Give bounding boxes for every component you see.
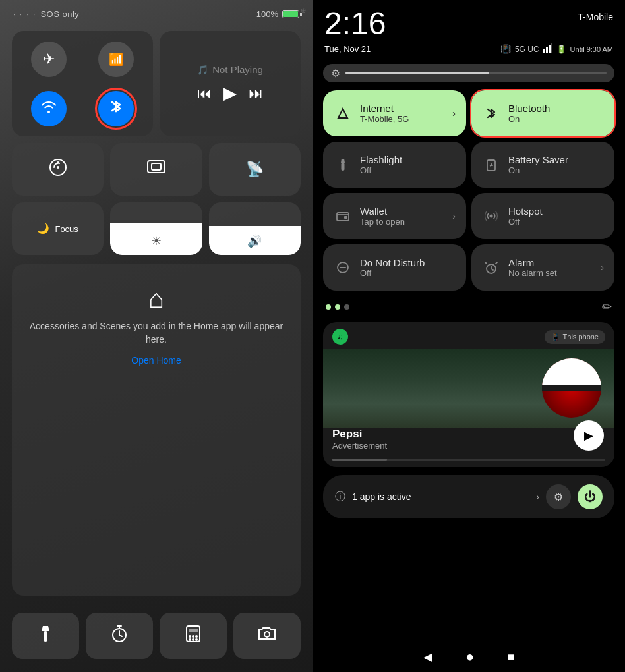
ios-home-section: ⌂ Accessories and Scenes you add in the …	[12, 264, 301, 596]
settings-gear-icon: ⚙	[554, 491, 563, 503]
android-song-subtitle: Advertisement	[332, 441, 605, 451]
ios-second-row: 📡	[0, 143, 312, 196]
svg-point-8	[189, 635, 191, 638]
ios-timer-button[interactable]	[86, 613, 153, 659]
dot-1	[326, 304, 331, 310]
battery-until-label: Until 9:30 AM	[570, 45, 613, 53]
timer-icon	[111, 625, 128, 647]
ios-flashlight-button[interactable]	[12, 613, 79, 659]
power-icon: ⏻	[584, 490, 596, 504]
android-app-active-text: 1 app is active	[352, 491, 529, 502]
moon-icon: 🌙	[37, 223, 49, 235]
android-edit-button[interactable]: ✏	[602, 300, 612, 314]
android-dnd-tile[interactable]: Do Not Disturb Off	[323, 244, 466, 291]
android-hotspot-tile[interactable]: Hotspot Off	[471, 193, 614, 239]
android-recents-button[interactable]: ■	[507, 650, 514, 664]
android-wallet-tile[interactable]: Wallet Tap to open ›	[323, 193, 466, 239]
svg-rect-20	[342, 163, 345, 171]
ios-battery-status: 100%	[256, 9, 299, 19]
svg-rect-17	[549, 45, 551, 53]
android-media-top: ♫ 📱 This phone	[323, 322, 614, 349]
ios-focus-label: Focus	[55, 224, 78, 234]
android-bluetooth-tile[interactable]: Bluetooth On	[471, 90, 614, 136]
alarm-tile-text: Alarm No alarm set	[508, 257, 557, 278]
flashlight-icon	[38, 625, 53, 647]
home-icon: ⌂	[148, 284, 164, 314]
android-play-button[interactable]: ▶	[574, 420, 604, 451]
ios-bottom-tools	[0, 605, 312, 672]
android-settings-button[interactable]: ⚙	[546, 484, 571, 509]
alarm-icon	[482, 258, 500, 277]
hotspot-tile-text: Hotspot Off	[508, 206, 543, 227]
brightness-track	[345, 72, 607, 74]
dot-3	[344, 304, 349, 310]
android-page-dots	[326, 304, 349, 310]
wallet-icon	[334, 207, 352, 225]
pepsi-can-image	[542, 358, 601, 418]
ios-camera-button[interactable]	[233, 613, 301, 659]
orientation-icon	[47, 157, 69, 182]
ios-cellular-button[interactable]: 📶	[98, 42, 134, 77]
ios-prev-button[interactable]: ⏮	[197, 85, 212, 102]
calculator-icon	[185, 625, 201, 647]
bluetooth-tile-text: Bluetooth On	[508, 103, 550, 124]
android-date: Tue, Nov 21	[324, 44, 371, 54]
ios-signal-status: · · · · SOS only	[13, 9, 79, 19]
android-internet-tile[interactable]: Internet T-Mobile, 5G ›	[323, 90, 466, 136]
android-brightness-row: ⚙	[312, 60, 625, 86]
ios-open-home-link[interactable]: Open Home	[131, 355, 181, 366]
screen-mirror-icon	[146, 158, 166, 181]
svg-point-9	[192, 635, 194, 638]
android-back-button[interactable]: ◀	[423, 650, 432, 664]
android-media-song-area: Pepsi Advertisement ▶	[323, 428, 614, 459]
wallet-tile-text: Wallet Tap to open	[360, 206, 405, 227]
android-power-button[interactable]: ⏻	[578, 484, 603, 509]
ios-next-button[interactable]: ⏭	[249, 85, 263, 102]
android-brightness-slider[interactable]: ⚙	[323, 64, 614, 82]
ios-bluetooth-button[interactable]	[98, 91, 134, 126]
ios-volume-slider[interactable]: 🔊	[209, 202, 301, 255]
svg-rect-24	[344, 216, 347, 219]
brightness-icon: ☀	[151, 234, 162, 248]
camera-icon	[258, 626, 276, 646]
android-app-active-bar[interactable]: ⓘ 1 app is active › ⚙ ⏻	[323, 475, 614, 518]
android-song-title: Pepsi	[332, 428, 605, 441]
ios-airplane-button[interactable]: ✈	[31, 42, 67, 77]
svg-rect-16	[546, 47, 548, 53]
android-status-icons: 📳 5G UC 🔋 Until 9:30 AM	[500, 43, 613, 55]
ios-extra-tile: 📡	[209, 143, 301, 196]
ios-orientation-button[interactable]	[12, 143, 104, 196]
android-home-button[interactable]: ●	[465, 648, 474, 665]
info-icon: ⓘ	[335, 490, 345, 504]
ios-home-text: Accessories and Scenes you add in the Ho…	[25, 320, 287, 346]
dot-2	[335, 304, 340, 310]
android-flashlight-tile[interactable]: Flashlight Off	[323, 142, 466, 188]
flashlight-tile-text: Flashlight Off	[360, 154, 402, 175]
svg-point-13	[195, 638, 198, 641]
cellular-icon: 📶	[109, 52, 123, 67]
battery-icon	[282, 10, 299, 18]
svg-point-11	[189, 638, 191, 641]
android-alarm-tile[interactable]: Alarm No alarm set ›	[471, 244, 614, 291]
android-date-row: Tue, Nov 21 📳 5G UC 🔋 Until 9:30 AM	[312, 42, 625, 60]
svg-point-12	[192, 638, 194, 641]
bluetooth-icon	[110, 98, 122, 119]
ios-focus-button[interactable]: 🌙 Focus ⊕	[12, 202, 104, 255]
ios-screen-mirror-button[interactable]	[110, 143, 202, 196]
ios-media-tile: 🎵 Not Playing ⏮ ▶ ⏭	[160, 31, 301, 136]
android-status-bar: 2:16 T-Mobile	[312, 0, 625, 42]
hotspot-icon	[482, 207, 500, 225]
svg-rect-2	[148, 161, 165, 173]
airplay-icon: 📡	[246, 161, 264, 178]
android-nav-bar: ◀ ● ■	[312, 640, 625, 672]
svg-rect-4	[44, 631, 47, 642]
ios-wifi-button[interactable]	[31, 91, 67, 126]
ios-media-title: Not Playing	[212, 64, 263, 75]
ios-calculator-button[interactable]	[160, 613, 227, 659]
brightness-settings-icon: ⚙	[331, 67, 340, 80]
android-battery-saver-tile[interactable]: Battery Saver On	[471, 142, 614, 188]
ios-brightness-slider[interactable]: ☀	[110, 202, 202, 255]
app-active-chevron: ›	[536, 491, 539, 502]
android-bluetooth-icon	[482, 104, 500, 123]
ios-play-button[interactable]: ▶	[223, 83, 237, 103]
